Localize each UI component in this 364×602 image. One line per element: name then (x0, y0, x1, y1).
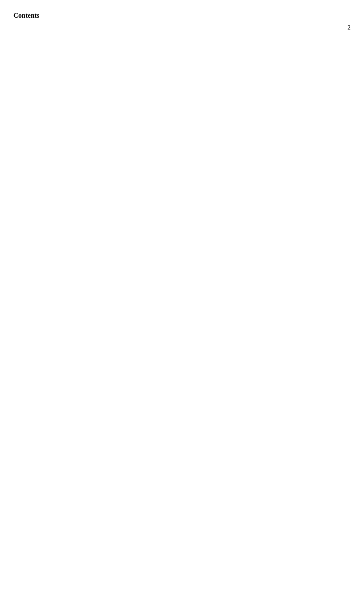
page-title: Contents (13, 12, 351, 19)
page-number: 2 (13, 24, 351, 31)
